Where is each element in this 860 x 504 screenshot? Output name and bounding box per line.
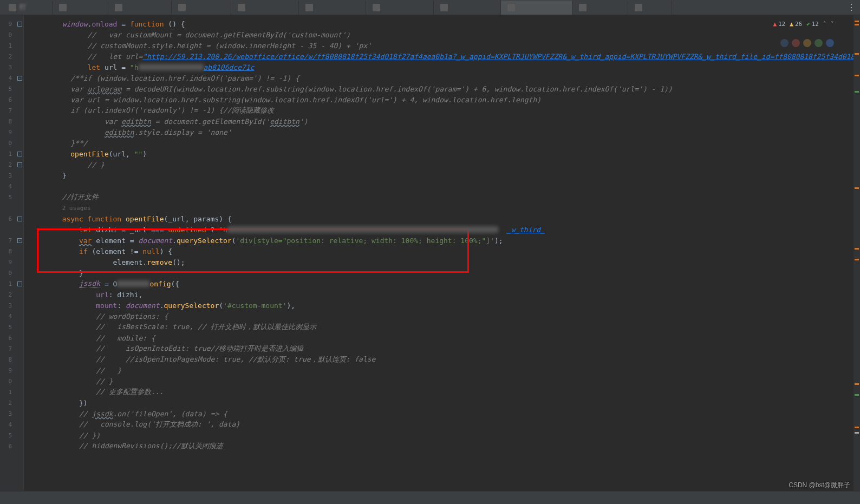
line-number: 1 xyxy=(0,387,16,397)
code-line[interactable]: }) xyxy=(28,397,854,408)
code-line[interactable]: // console.log('打开文档成功: ', data) xyxy=(28,419,854,430)
code-line[interactable]: // customMount.style.height = (window.in… xyxy=(28,40,854,51)
code-line[interactable]: async function opentFile(_url, params) { xyxy=(28,213,854,224)
fold-toggle-icon[interactable]: - xyxy=(17,22,22,27)
line-number: 9 xyxy=(0,18,16,29)
code-line[interactable]: // } xyxy=(28,365,854,376)
code-line[interactable]: // mobile: { xyxy=(28,332,854,343)
code-line[interactable]: editbtn.style.display = 'none' xyxy=(28,127,854,138)
error-stripe-marker[interactable] xyxy=(855,91,859,93)
editor-tab[interactable] xyxy=(434,1,501,15)
code-line[interactable]: if (element != null) { xyxy=(28,246,854,257)
line-number: 7 xyxy=(0,343,16,354)
code-line[interactable]: jssdk = Oonfig({ xyxy=(28,278,854,289)
chevron-up-icon[interactable]: ˄ xyxy=(823,21,826,28)
line-number: 5 xyxy=(0,83,16,94)
code-line[interactable]: // hiddenwRevisions();//默认关闭痕迹 xyxy=(28,441,854,451)
code-line[interactable]: // isBestScale: true, // 打开文档时，默认以最佳比例显示 xyxy=(28,322,854,332)
ok-icon: ✔ xyxy=(806,21,810,28)
browser-preview-icons[interactable] xyxy=(780,39,834,47)
error-stripe-marker[interactable] xyxy=(855,24,859,25)
editor-tab[interactable] xyxy=(53,1,108,15)
editor-tab[interactable] xyxy=(172,1,231,15)
editor-tab[interactable] xyxy=(231,1,298,15)
fold-toggle-icon[interactable]: - xyxy=(17,282,22,286)
fold-toggle-icon[interactable]: - xyxy=(17,162,22,167)
code-line[interactable]: /**if (window.location.href.indexOf('par… xyxy=(28,73,854,83)
editor-tab[interactable] xyxy=(628,1,672,15)
line-number xyxy=(0,202,16,213)
fold-toggle-icon[interactable]: - xyxy=(17,76,22,81)
tabs-menu-icon[interactable]: ⋮ xyxy=(847,2,856,12)
fold-toggle-icon[interactable]: - xyxy=(17,217,22,221)
error-stripe-marker[interactable] xyxy=(855,259,859,260)
code-line[interactable]: } xyxy=(28,170,854,181)
error-stripe-marker[interactable] xyxy=(855,21,859,22)
code-line[interactable] xyxy=(28,181,854,192)
code-line[interactable]: // } xyxy=(28,376,854,387)
line-number: 0 xyxy=(0,138,16,148)
code-line[interactable]: }**/ xyxy=(28,138,854,148)
code-line[interactable]: element.remove(); xyxy=(28,257,854,267)
code-line[interactable]: // var customMount = document.getElement… xyxy=(28,29,854,40)
error-icon: ▲ xyxy=(773,21,777,28)
error-stripe-marker[interactable] xyxy=(855,248,859,250)
line-number: 1 xyxy=(0,40,16,51)
code-line[interactable]: // let url="http://59.213.200.26/weboffi… xyxy=(28,51,854,62)
code-line[interactable]: // wordOptions: { xyxy=(28,311,854,322)
editor-tab[interactable] xyxy=(299,1,366,15)
usages-hint[interactable]: 2 usages xyxy=(62,205,91,212)
error-stripe-marker[interactable] xyxy=(855,75,859,76)
inspection-widget[interactable]: ▲12 ▲26 ✔12 ˄ ˅ xyxy=(770,19,837,29)
code-line[interactable]: // }) xyxy=(28,430,854,441)
code-line[interactable]: // //isOpenIntoPagesMode: true, //默认分页: … xyxy=(28,354,854,365)
line-number: 5 xyxy=(0,192,16,202)
code-line[interactable]: // 更多配置参数... xyxy=(28,387,854,397)
code-line[interactable]: let url = "hab8106dce71c xyxy=(28,62,854,73)
code-line[interactable]: window.onload = function () { xyxy=(28,18,854,29)
code-line[interactable]: mount: document.querySelector('#custom-m… xyxy=(28,300,854,311)
code-area[interactable]: ▲12 ▲26 ✔12 ˄ ˅ window.onload = function… xyxy=(24,15,854,491)
error-stripe-marker[interactable] xyxy=(855,383,859,385)
line-number: 8 xyxy=(0,246,16,257)
line-number: 1 xyxy=(0,278,16,289)
line-number: 4 xyxy=(0,181,16,192)
status-bar xyxy=(0,491,860,504)
line-number: 2 xyxy=(0,159,16,170)
code-line[interactable]: 2 usages xyxy=(28,202,854,213)
line-number-gutter[interactable]: 90123456789012345678901234567890123456 xyxy=(0,15,16,491)
code-line[interactable]: url: dizhi, xyxy=(28,289,854,300)
code-line[interactable]: if (url.indexOf('readonly') != -1) {//阅读… xyxy=(28,105,854,116)
fold-toggle-icon[interactable]: - xyxy=(17,238,22,243)
fold-toggle-icon[interactable]: - xyxy=(17,152,22,156)
code-line[interactable]: var editbtn = document.getElementById('e… xyxy=(28,116,854,127)
line-number: 7 xyxy=(0,105,16,116)
fold-gutter[interactable]: ------- xyxy=(16,15,24,491)
editor-tab-active[interactable] xyxy=(501,1,572,15)
code-line[interactable]: var urlparam = decodeURI(window.location… xyxy=(28,83,854,94)
code-line[interactable]: // isOpenIntoEdit: true//移动端打开时是否进入编辑 xyxy=(28,343,854,354)
code-line[interactable]: //打开文件 xyxy=(28,192,854,202)
editor-tab[interactable] xyxy=(108,1,172,15)
editor-tab[interactable] xyxy=(366,1,433,15)
error-stripe-marker[interactable] xyxy=(855,53,859,55)
line-number: 8 xyxy=(0,354,16,365)
editor-tab[interactable]: 打 xyxy=(2,1,53,15)
code-line[interactable]: let dizhi = _url === undefined ? "h _w_t… xyxy=(28,224,854,235)
error-stripe-marker[interactable] xyxy=(855,432,859,434)
error-stripe-marker[interactable] xyxy=(855,187,859,189)
watermark: CSDN @bst@微胖子 xyxy=(789,481,850,490)
code-line[interactable]: var element = document.querySelector('di… xyxy=(28,235,854,246)
code-line[interactable]: opentFile(url, "") xyxy=(28,148,854,159)
error-stripe-marker[interactable] xyxy=(855,427,859,428)
error-stripe-marker[interactable] xyxy=(855,394,859,396)
error-stripe[interactable] xyxy=(854,15,860,491)
code-line[interactable]: } xyxy=(28,267,854,278)
chevron-down-icon[interactable]: ˅ xyxy=(831,21,834,28)
editor-tab[interactable] xyxy=(572,1,628,15)
line-number: 2 xyxy=(0,397,16,408)
code-line[interactable]: // } xyxy=(28,159,854,170)
code-line[interactable]: var url = window.location.href.substring… xyxy=(28,94,854,105)
code-line[interactable]: // jssdk.on('fileOpen', (data) => { xyxy=(28,408,854,419)
editor: 90123456789012345678901234567890123456 -… xyxy=(0,15,860,491)
